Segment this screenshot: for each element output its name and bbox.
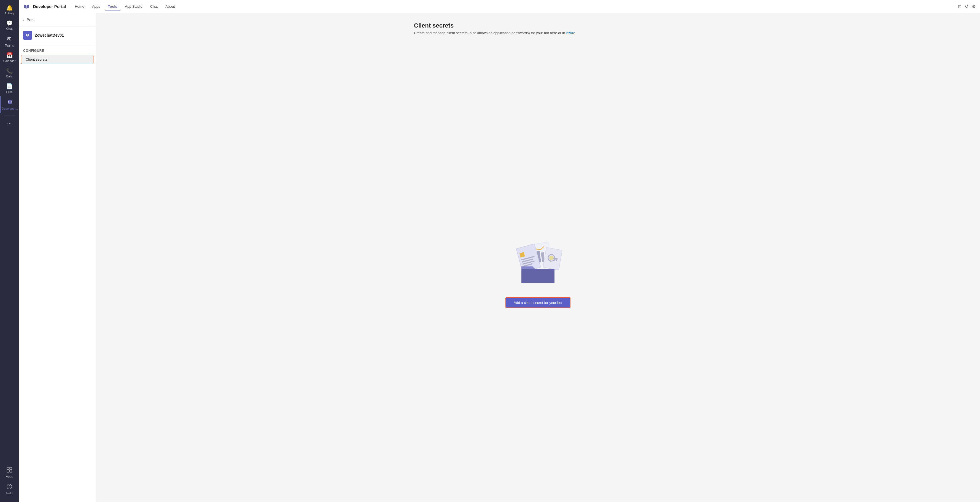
nav-label-calls: Calls	[6, 75, 13, 78]
top-bar: Developer Portal Home Apps Tools App Stu…	[19, 0, 980, 13]
nav-item-help[interactable]: ? Help	[5, 481, 14, 497]
nav-label-teams: Teams	[5, 44, 14, 47]
nav-label-files: Files	[6, 90, 13, 94]
bot-header: ZowechatDev01	[19, 27, 95, 44]
page-description: Create and manage client secrets (also k…	[414, 31, 662, 35]
nav-item-calls[interactable]: 📞 Calls	[0, 65, 19, 81]
svg-text:?: ?	[8, 485, 11, 489]
files-icon: 📄	[6, 84, 13, 89]
nav-item-files[interactable]: 📄 Files	[0, 81, 19, 96]
sidebar-panel: ‹ Bots ZowechatDev01 Configure Client se…	[19, 13, 96, 502]
nav-apps[interactable]: Apps	[89, 3, 103, 10]
nav-item-calendar[interactable]: 📅 Calendar	[0, 50, 19, 65]
page-title: Client secrets	[414, 22, 662, 29]
teams-icon	[6, 36, 13, 43]
more-icon: ···	[7, 121, 12, 126]
bot-icon	[23, 31, 32, 40]
nav-item-apps[interactable]: Apps	[5, 464, 14, 481]
help-icon: ?	[6, 483, 13, 491]
portal-title: Developer Portal	[33, 4, 66, 9]
nav-label-activity: Activity	[5, 11, 14, 15]
svg-point-1	[8, 37, 10, 39]
svg-rect-6	[10, 470, 12, 472]
nav-item-teams[interactable]: Teams	[0, 33, 19, 50]
top-bar-actions: ⊡ ↺ ⚙	[958, 4, 975, 9]
top-navigation: Home Apps Tools App Studio Chat About	[72, 3, 178, 10]
svg-rect-5	[7, 470, 9, 472]
bot-name: ZowechatDev01	[35, 33, 64, 38]
page-content: Client secrets Create and manage client …	[96, 13, 980, 502]
bots-back-button[interactable]: ‹ Bots	[19, 13, 95, 27]
back-arrow-icon: ‹	[23, 17, 24, 22]
nav-item-activity[interactable]: 🔔 Activity	[0, 2, 19, 17]
nav-bottom: Apps ? Help	[5, 464, 14, 502]
main-container: Developer Portal Home Apps Tools App Stu…	[19, 0, 980, 502]
apps-icon	[6, 467, 13, 473]
nav-label-apps: Apps	[6, 475, 13, 478]
calls-icon: 📞	[6, 68, 13, 73]
illustration-svg	[508, 239, 568, 289]
empty-state: Add a client secret for your bot	[506, 54, 571, 493]
configure-section-label: Configure	[19, 44, 95, 55]
left-navigation: 🔔 Activity 💬 Chat Teams 📅 Calendar 📞 Cal…	[0, 0, 19, 502]
screen-share-icon[interactable]: ⊡	[958, 4, 961, 9]
portal-logo-icon	[23, 3, 30, 10]
nav-label-chat: Chat	[6, 27, 13, 30]
bots-label: Bots	[27, 17, 35, 22]
client-secrets-menu-item[interactable]: Client secrets	[21, 55, 94, 64]
developer-icon	[7, 99, 13, 106]
settings-icon[interactable]: ⚙	[972, 4, 975, 9]
nav-item-more[interactable]: ···	[0, 118, 19, 129]
nav-item-developer[interactable]: Developer...	[0, 96, 19, 113]
nav-appstudio[interactable]: App Studio	[121, 3, 146, 10]
nav-chat[interactable]: Chat	[147, 3, 161, 10]
refresh-icon[interactable]: ↺	[965, 4, 969, 9]
description-text: Create and manage client secrets (also k…	[414, 31, 566, 35]
svg-rect-4	[10, 467, 12, 470]
svg-rect-3	[7, 467, 9, 470]
nav-divider	[4, 115, 15, 116]
nav-label-help: Help	[6, 491, 13, 495]
nav-label-developer: Developer...	[2, 107, 18, 110]
page-header: Client secrets Create and manage client …	[414, 22, 662, 35]
nav-item-chat[interactable]: 💬 Chat	[0, 17, 19, 33]
nav-tools[interactable]: Tools	[105, 3, 121, 10]
content-area: ‹ Bots ZowechatDev01 Configure Client se…	[19, 13, 980, 502]
empty-state-illustration	[508, 239, 568, 289]
chat-icon: 💬	[6, 21, 13, 26]
nav-label-calendar: Calendar	[3, 59, 16, 62]
activity-icon: 🔔	[6, 5, 13, 11]
nav-home[interactable]: Home	[72, 3, 88, 10]
nav-about[interactable]: About	[162, 3, 178, 10]
azure-link[interactable]: Azure	[566, 31, 575, 35]
add-client-secret-button[interactable]: Add a client secret for your bot	[506, 297, 571, 308]
calendar-icon: 📅	[6, 52, 13, 58]
